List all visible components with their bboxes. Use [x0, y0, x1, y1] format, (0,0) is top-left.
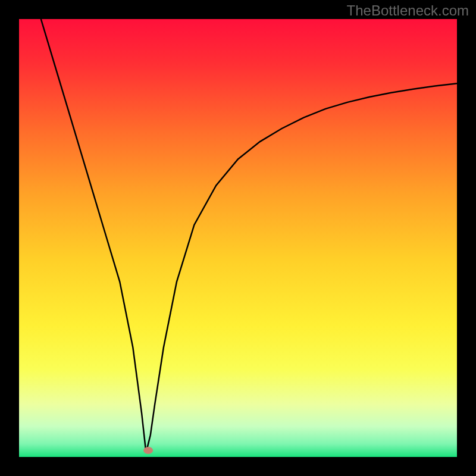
bottleneck-chart — [19, 19, 457, 457]
watermark-text: TheBottleneck.com — [347, 2, 469, 19]
chart-svg — [19, 19, 457, 457]
chart-background — [19, 19, 457, 457]
optimal-point-marker — [143, 447, 153, 454]
